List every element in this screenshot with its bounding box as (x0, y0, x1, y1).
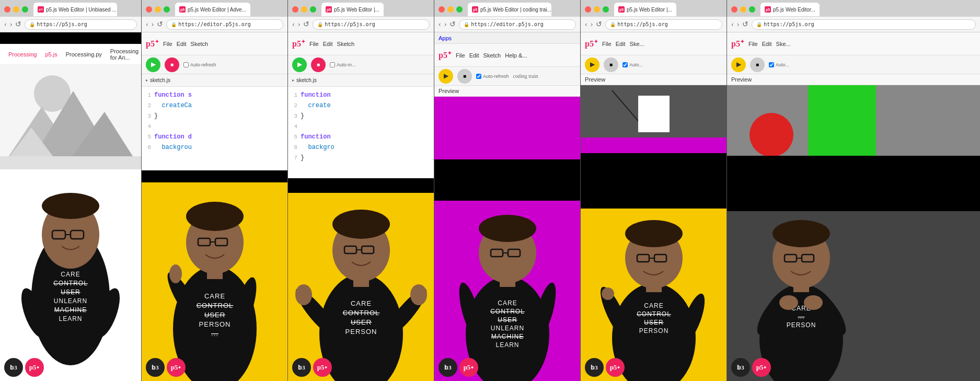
sketch-menu-4[interactable]: Sketch (483, 52, 501, 59)
url-bar-2[interactable]: 🔒 https://editor.p5js.org (166, 19, 283, 30)
min-btn-3[interactable] (301, 6, 307, 13)
code-line-2-3: 3 } (142, 111, 287, 121)
edit-menu-4[interactable]: Edit (469, 52, 479, 59)
person-svg-1: CARE CONTROL USER UNLEARN MACHINE LEARN (0, 161, 141, 381)
file-menu-5[interactable]: File (602, 41, 612, 47)
tab-active-4[interactable]: p5 p5.js Web Editor | coding trai... (468, 3, 551, 16)
processing-an-link[interactable]: Processing for An... (110, 48, 139, 61)
forward-btn-4[interactable]: › (444, 20, 447, 29)
auto-refresh-6[interactable]: Auto... (769, 62, 789, 67)
stop-btn-5[interactable]: ■ (604, 57, 618, 72)
forward-btn-2[interactable]: › (152, 20, 154, 29)
min-btn-4[interactable] (447, 6, 454, 13)
close-btn-2[interactable] (146, 6, 152, 13)
play-btn-6[interactable]: ▶ (731, 57, 746, 72)
min-btn-2[interactable] (155, 6, 161, 13)
p5js-link[interactable]: p5.js (45, 51, 57, 57)
stop-btn-2[interactable]: ■ (165, 57, 179, 72)
close-btn-6[interactable] (731, 6, 737, 13)
code-editor-2[interactable]: 1 function s 2 createCa 3 } 4 5 function… (142, 87, 287, 170)
sketch-menu-5[interactable]: Ske... (630, 41, 644, 47)
forward-btn-1[interactable]: › (10, 20, 13, 29)
max-btn-1[interactable] (22, 6, 28, 13)
auto-refresh-3[interactable]: Auto-m... (330, 62, 356, 67)
close-btn-1[interactable] (4, 6, 10, 13)
url-bar-5[interactable]: 🔒 https://p5js.org (605, 19, 722, 30)
forward-btn-5[interactable]: › (591, 20, 593, 29)
back-btn-1[interactable]: ‹ (4, 20, 7, 29)
file-menu-6[interactable]: File (748, 41, 758, 47)
file-menu-2[interactable]: File (163, 41, 172, 47)
auto-refresh-checkbox-6[interactable] (769, 62, 774, 67)
edit-menu-5[interactable]: Edit (616, 41, 626, 47)
edit-menu-2[interactable]: Edit (177, 41, 187, 47)
svg-point-79 (625, 220, 683, 247)
min-btn-5[interactable] (594, 6, 600, 13)
sketch-menu-2[interactable]: Sketch (191, 41, 209, 47)
p5-toolbar-6: p5✦ File Edit Ske... (727, 32, 980, 55)
refresh-btn-5[interactable]: ↺ (596, 20, 602, 29)
auto-refresh-4[interactable]: Auto-refresh (476, 74, 509, 79)
address-bar-1: ‹ › ↺ 🔒 https://p5js.org (0, 17, 141, 32)
back-btn-6[interactable]: ‹ (731, 20, 734, 29)
play-btn-5[interactable]: ▶ (585, 57, 599, 72)
refresh-btn-1[interactable]: ↺ (15, 20, 21, 29)
processing-link[interactable]: Processing (8, 51, 37, 57)
auto-refresh-checkbox-5[interactable] (622, 62, 628, 67)
auto-refresh-5[interactable]: Auto... (622, 62, 643, 67)
refresh-btn-6[interactable]: ↺ (742, 20, 748, 29)
max-btn-3[interactable] (310, 6, 316, 13)
refresh-btn-3[interactable]: ↺ (303, 20, 309, 29)
close-btn-3[interactable] (292, 6, 298, 13)
stop-btn-3[interactable]: ■ (311, 57, 326, 72)
preview-canvas-6 (727, 85, 980, 156)
edit-menu-6[interactable]: Edit (762, 41, 772, 47)
help-menu-4[interactable]: Help &... (505, 52, 527, 59)
sketch-menu-3[interactable]: Sketch (337, 41, 355, 47)
url-bar-4[interactable]: 🔒 https://editor.p5js.org (459, 19, 576, 30)
back-btn-3[interactable]: ‹ (292, 20, 295, 29)
tab-active-6[interactable]: p5 p5.js Web Editor... (760, 3, 820, 16)
min-btn-1[interactable] (13, 6, 19, 13)
tab-active-2[interactable]: p5 p5.js Web Editor | Adve... (175, 3, 250, 16)
tab-label-3: p5.js Web Editor |... (334, 7, 379, 13)
forward-btn-3[interactable]: › (298, 20, 301, 29)
play-btn-3[interactable]: ▶ (292, 57, 307, 72)
refresh-btn-2[interactable]: ↺ (157, 20, 163, 29)
max-btn-6[interactable] (749, 6, 755, 13)
url-bar-6[interactable]: 🔒 https://p5js.org (752, 19, 976, 30)
url-bar-3[interactable]: 🔒 https://p5js.org (313, 19, 430, 30)
close-btn-5[interactable] (585, 6, 591, 13)
tab-active-1[interactable]: p5 p5.js Web Editor | Unbiased ... (33, 3, 117, 16)
auto-refresh-2[interactable]: Auto-refresh (183, 62, 216, 67)
auto-refresh-checkbox-4[interactable] (476, 74, 481, 79)
refresh-btn-4[interactable]: ↺ (449, 20, 456, 29)
forward-btn-6[interactable]: › (737, 20, 740, 29)
auto-refresh-checkbox-2[interactable] (183, 62, 189, 67)
file-menu-4[interactable]: File (456, 52, 465, 59)
code-editor-3[interactable]: 1 function 2 create 3 } 4 5 function 6 (288, 87, 434, 178)
max-btn-4[interactable] (456, 6, 463, 13)
max-btn-2[interactable] (164, 6, 170, 13)
stop-btn-6[interactable]: ■ (750, 57, 765, 72)
apps-link-4[interactable]: Apps (439, 35, 452, 41)
sketch-menu-6[interactable]: Ske... (776, 41, 791, 47)
stop-btn-4[interactable]: ■ (457, 69, 472, 84)
max-btn-5[interactable] (603, 6, 609, 13)
tab-label-5: p5.js Web Editor |... (627, 7, 672, 13)
auto-refresh-checkbox-3[interactable] (330, 62, 335, 67)
back-btn-5[interactable]: ‹ (585, 20, 587, 29)
file-menu-3[interactable]: File (309, 41, 319, 47)
back-btn-2[interactable]: ‹ (146, 20, 148, 29)
min-btn-6[interactable] (740, 6, 746, 13)
tab-active-3[interactable]: p5 p5.js Web Editor |... (321, 3, 384, 16)
url-bar-1[interactable]: 🔒 https://p5js.org (25, 19, 137, 30)
tab-active-5[interactable]: p5 p5.js Web Editor |... (614, 3, 676, 16)
play-btn-4[interactable]: ▶ (439, 69, 453, 84)
edit-menu-3[interactable]: Edit (323, 41, 333, 47)
back-btn-4[interactable]: ‹ (439, 20, 441, 29)
p5-badge-2: p5✦ (167, 358, 186, 377)
processing-py-link[interactable]: Processing.py (66, 51, 102, 57)
close-btn-4[interactable] (439, 6, 445, 13)
play-btn-2[interactable]: ▶ (146, 57, 160, 72)
